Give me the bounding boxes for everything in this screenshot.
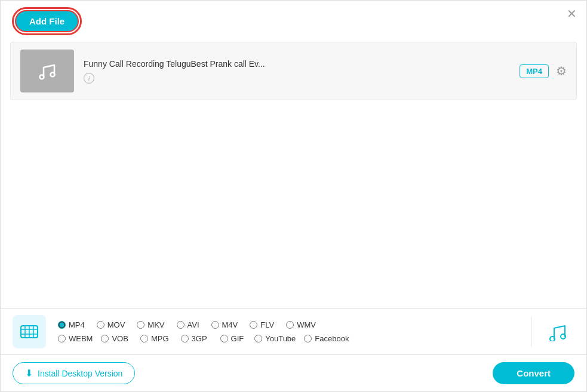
video-icon — [20, 322, 39, 341]
format-option-mov[interactable]: MOV — [97, 320, 125, 329]
settings-icon[interactable]: ⚙ — [556, 64, 567, 78]
format-row-1: MP4 MOV MKV AVI M4V FLV WM — [58, 320, 521, 329]
svg-point-0 — [40, 75, 44, 79]
format-option-youtube[interactable]: YouTube — [254, 334, 296, 343]
format-bar: MP4 MOV MKV AVI M4V FLV WM — [1, 309, 586, 355]
convert-button[interactable]: Convert — [493, 362, 574, 384]
install-desktop-button[interactable]: ⬇ Install Desktop Version — [13, 362, 135, 384]
file-actions: MP4 ⚙ — [520, 64, 567, 78]
audio-format-icon-box[interactable] — [541, 315, 574, 348]
format-option-mp4[interactable]: MP4 — [58, 320, 85, 329]
format-option-wmv[interactable]: WMV — [286, 320, 316, 329]
audio-icon — [548, 322, 567, 341]
format-option-vob[interactable]: VOB — [101, 334, 128, 343]
format-row-2: WEBM VOB MPG 3GP GIF YouTube — [58, 334, 521, 343]
install-button-label: Install Desktop Version — [38, 369, 122, 378]
close-button[interactable]: ✕ — [567, 8, 577, 20]
format-option-3gp[interactable]: 3GP — [181, 334, 207, 343]
bottom-panel: MP4 MOV MKV AVI M4V FLV WM — [1, 308, 586, 391]
file-info: Funny Call Recording TeluguBest Prank ca… — [84, 59, 510, 84]
video-format-icon-box[interactable] — [13, 315, 46, 348]
file-list: Funny Call Recording TeluguBest Prank ca… — [10, 42, 577, 100]
info-icon[interactable]: i — [84, 73, 94, 84]
svg-point-1 — [51, 73, 55, 77]
music-thumbnail-icon — [35, 59, 59, 83]
format-badge: MP4 — [520, 64, 549, 78]
format-options-container: MP4 MOV MKV AVI M4V FLV WM — [58, 320, 521, 343]
format-option-flv[interactable]: FLV — [250, 320, 274, 329]
add-file-button[interactable]: Add File — [15, 10, 79, 32]
format-option-avi[interactable]: AVI — [177, 320, 199, 329]
file-name: Funny Call Recording TeluguBest Prank ca… — [84, 59, 510, 69]
file-thumbnail — [20, 50, 74, 92]
format-option-m4v[interactable]: M4V — [211, 320, 238, 329]
format-option-mkv[interactable]: MKV — [137, 320, 164, 329]
download-icon: ⬇ — [25, 368, 33, 379]
format-option-webm[interactable]: WEBM — [58, 334, 93, 343]
middle-area — [1, 100, 586, 303]
format-option-gif[interactable]: GIF — [220, 334, 244, 343]
format-option-mpg[interactable]: MPG — [140, 334, 169, 343]
action-bar: ⬇ Install Desktop Version Convert — [1, 355, 586, 391]
top-bar: Add File — [1, 1, 586, 42]
format-option-facebook[interactable]: Facebook — [304, 334, 349, 343]
format-divider — [531, 317, 531, 347]
